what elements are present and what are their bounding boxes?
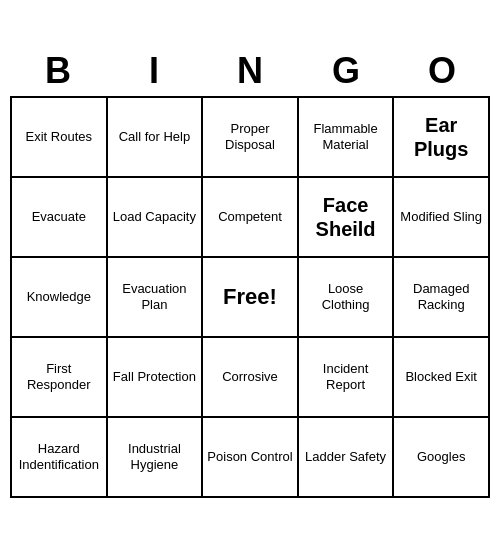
bingo-letter-n: N xyxy=(206,50,294,92)
bingo-letter-o: O xyxy=(398,50,486,92)
bingo-cell-7: Competent xyxy=(203,178,299,258)
bingo-cell-23: Ladder Safety xyxy=(299,418,395,498)
bingo-cell-1: Call for Help xyxy=(108,98,204,178)
bingo-cell-8: Face Sheild xyxy=(299,178,395,258)
bingo-letter-b: B xyxy=(14,50,102,92)
bingo-cell-21: Industrial Hygiene xyxy=(108,418,204,498)
bingo-cell-5: Evacuate xyxy=(12,178,108,258)
bingo-cell-16: Fall Protection xyxy=(108,338,204,418)
bingo-cell-2: Proper Disposal xyxy=(203,98,299,178)
bingo-cell-6: Load Capacity xyxy=(108,178,204,258)
bingo-cell-4: Ear Plugs xyxy=(394,98,490,178)
bingo-cell-19: Blocked Exit xyxy=(394,338,490,418)
bingo-cell-17: Corrosive xyxy=(203,338,299,418)
bingo-card: BINGO Exit RoutesCall for HelpProper Dis… xyxy=(10,46,490,498)
bingo-cell-12: Free! xyxy=(203,258,299,338)
bingo-cell-10: Knowledge xyxy=(12,258,108,338)
bingo-cell-9: Modified Sling xyxy=(394,178,490,258)
bingo-cell-3: Flammable Material xyxy=(299,98,395,178)
bingo-cell-15: First Responder xyxy=(12,338,108,418)
bingo-header: BINGO xyxy=(10,46,490,96)
bingo-cell-18: Incident Report xyxy=(299,338,395,418)
bingo-cell-22: Poison Control xyxy=(203,418,299,498)
bingo-cell-24: Googles xyxy=(394,418,490,498)
bingo-cell-20: Hazard Indentification xyxy=(12,418,108,498)
bingo-cell-13: Loose Clothing xyxy=(299,258,395,338)
bingo-letter-i: I xyxy=(110,50,198,92)
bingo-grid: Exit RoutesCall for HelpProper DisposalF… xyxy=(10,96,490,498)
bingo-cell-0: Exit Routes xyxy=(12,98,108,178)
bingo-letter-g: G xyxy=(302,50,390,92)
bingo-cell-11: Evacuation Plan xyxy=(108,258,204,338)
bingo-cell-14: Damaged Racking xyxy=(394,258,490,338)
